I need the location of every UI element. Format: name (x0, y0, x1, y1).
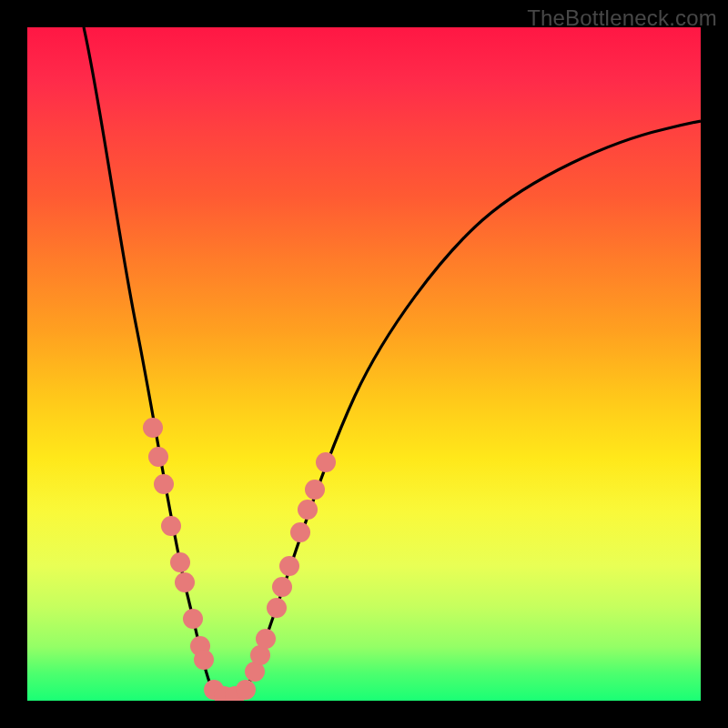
bead (256, 629, 276, 649)
beads-bottom (204, 680, 256, 701)
bead (267, 598, 287, 618)
bead (236, 680, 256, 700)
watermark-text: TheBottleneck.com (527, 5, 717, 31)
outer-frame: TheBottleneck.com (0, 0, 728, 728)
bead (170, 552, 190, 572)
bead (316, 452, 336, 472)
bead (279, 556, 299, 576)
bead (305, 480, 325, 500)
bead (161, 516, 181, 536)
beads-right (245, 452, 336, 682)
bead (143, 418, 163, 438)
beads-left (143, 418, 214, 670)
bead (298, 500, 318, 520)
bead (154, 474, 174, 494)
bead (194, 650, 214, 670)
bottleneck-curve (84, 27, 701, 696)
bead (148, 447, 168, 467)
bead (183, 609, 203, 629)
plot-area (27, 27, 701, 701)
chart-svg (27, 27, 701, 701)
bead (272, 577, 292, 597)
bead (175, 572, 195, 592)
bead (290, 522, 310, 542)
